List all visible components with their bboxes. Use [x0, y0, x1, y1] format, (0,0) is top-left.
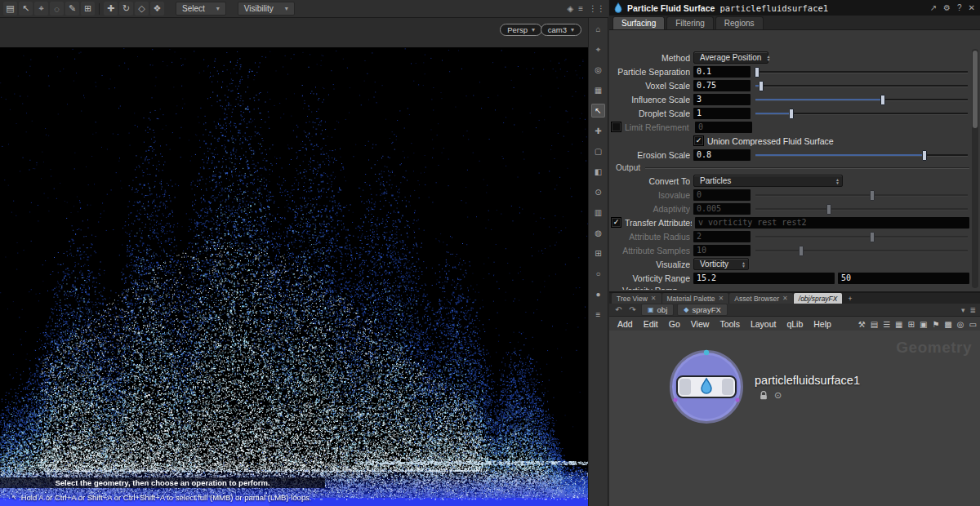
slider-isovalue[interactable]	[754, 189, 969, 201]
point-display-icon[interactable]: ⊙	[591, 185, 605, 199]
parameter-scrollbar[interactable]	[972, 49, 978, 288]
overview-icon[interactable]: ▭	[969, 320, 977, 329]
light-icon[interactable]: ○	[591, 267, 605, 281]
display-flag-icon[interactable]: ⊙	[774, 390, 782, 401]
field-erosion-scale[interactable]: 0.8	[693, 149, 751, 161]
tools-icon[interactable]: ⚒	[858, 320, 866, 329]
slider-erosion-scale[interactable]	[754, 149, 969, 161]
scale-icon[interactable]: ◇	[135, 2, 149, 16]
flag-icon[interactable]: ⚑	[932, 320, 939, 329]
breadcrumb-obj[interactable]: ▣obj	[641, 304, 674, 316]
field-isovalue[interactable]: 0	[693, 189, 751, 201]
split-view-icon[interactable]: ◧	[591, 165, 605, 179]
field-transfer-attributes[interactable]: v vorticity rest rest2	[695, 217, 969, 229]
menu-qlib[interactable]: qLib	[782, 319, 808, 329]
path-dropdown-icon[interactable]: ▾	[961, 306, 965, 314]
focus-icon[interactable]: ◎	[591, 63, 605, 77]
jump-to-node-icon[interactable]: ↗	[930, 3, 937, 12]
node-name[interactable]: particlefluidsurface1	[719, 3, 828, 13]
slider-voxel-scale[interactable]	[754, 79, 969, 91]
tab-surfacing[interactable]: Surfacing	[612, 16, 665, 29]
pose-icon[interactable]: ❖	[150, 2, 164, 16]
select-convert-to[interactable]: Particles▲▼	[693, 175, 843, 187]
field-attribute-radius[interactable]: 2	[693, 231, 751, 242]
field-vorticity-range-max[interactable]: 50	[838, 273, 969, 284]
back-icon[interactable]: ↶	[613, 305, 624, 314]
search-icon[interactable]: ◎	[957, 320, 964, 329]
node-label[interactable]: particlefluidsurface1	[755, 374, 860, 387]
pane-menu-icon[interactable]: ≡	[591, 308, 605, 322]
add-node-icon[interactable]: ⊞	[908, 320, 915, 329]
tree-view-icon[interactable]: ▤	[871, 320, 878, 329]
breadcrumb-sprayfx[interactable]: ◆sprayFX	[677, 304, 728, 316]
menu-layout[interactable]: Layout	[746, 319, 782, 329]
field-voxel-scale[interactable]: 0.75	[693, 80, 751, 91]
menu-view[interactable]: View	[686, 319, 715, 329]
translate-icon[interactable]: ✚	[104, 2, 118, 16]
tab-filtering[interactable]: Filtering	[666, 16, 714, 29]
panel-menu-icon[interactable]: ≡	[578, 4, 583, 13]
network-node[interactable]: particlefluidsurface1 ⊙	[668, 348, 860, 425]
slider-handle[interactable]	[789, 109, 794, 119]
slider-attribute-samples[interactable]	[754, 244, 969, 256]
lock-icon[interactable]	[760, 391, 768, 400]
field-adaptivity[interactable]: 0.005	[693, 203, 751, 215]
slider-handle[interactable]	[759, 81, 764, 91]
slider-handle[interactable]	[880, 95, 885, 105]
pane-tab-tree-view[interactable]: Tree View✕	[612, 293, 662, 304]
path-list-icon[interactable]: ≣	[969, 306, 976, 314]
select-visualize[interactable]: Vorticity▲▼	[693, 258, 749, 270]
layout-grid-icon[interactable]: ▤	[3, 2, 17, 16]
field-vorticity-range-min[interactable]: 15.2	[693, 273, 835, 284]
forward-icon[interactable]: ↷	[627, 305, 638, 314]
field-particle-separation[interactable]: 0.1	[693, 66, 751, 78]
field-limit-refinement-i[interactable]: 0	[695, 122, 752, 133]
pane-tab-asset-browser[interactable]: Asset Browser✕	[729, 293, 793, 304]
visibility-dropdown[interactable]: Visibility ▾	[238, 2, 295, 16]
drag-handle-icon[interactable]: ⋮⋮	[589, 4, 605, 13]
network-canvas[interactable]: Geometry particlefluidsurface	[609, 331, 980, 506]
field-droplet-scale[interactable]: 1	[693, 108, 751, 119]
menu-tools[interactable]: Tools	[715, 319, 745, 329]
close-tab-icon[interactable]: ✕	[651, 295, 657, 302]
new-tab-button[interactable]: +	[843, 293, 857, 304]
persp-menu-button[interactable]: Persp ▾	[500, 24, 542, 36]
checkbox-union-compressed-fluid-surface[interactable]: ✓	[693, 135, 704, 146]
checkbox-transfer-attributes[interactable]: ✓	[611, 217, 621, 228]
slider-handle[interactable]	[799, 246, 804, 256]
shade-icon[interactable]: ◍	[591, 226, 605, 240]
slider-particle-separation[interactable]	[754, 65, 969, 78]
field-attribute-samples[interactable]: 10	[693, 245, 751, 256]
wireframe-icon[interactable]: ▥	[591, 206, 605, 220]
pane-tab-obj-sprayfx[interactable]: /obj/sprayFX	[794, 293, 843, 304]
grid-view-icon[interactable]: ▦	[895, 320, 902, 329]
slider-handle[interactable]	[755, 67, 760, 78]
node-badge-icon[interactable]	[668, 348, 746, 425]
select-mode-dropdown[interactable]: Select ▾	[176, 2, 226, 16]
slider-handle[interactable]	[826, 204, 831, 215]
brush-icon[interactable]: ✎	[65, 2, 79, 16]
menu-go[interactable]: Go	[664, 319, 685, 329]
move-view-icon[interactable]: ✚	[591, 124, 605, 138]
home-view-icon[interactable]: ⌂	[591, 22, 605, 36]
box-select-icon[interactable]: ⊞	[81, 2, 95, 16]
slider-adaptivity[interactable]	[754, 202, 969, 215]
menu-help[interactable]: Help	[808, 319, 836, 329]
select-method[interactable]: Average Position▲▼	[693, 51, 768, 64]
lasso-icon[interactable]: ◌	[50, 2, 64, 16]
dot-icon[interactable]: ●	[591, 287, 605, 301]
menu-add[interactable]: Add	[612, 319, 638, 329]
rotate-icon[interactable]: ↻	[119, 2, 133, 16]
tab-regions[interactable]: Regions	[715, 16, 764, 29]
frame-selected-icon[interactable]: ⌖	[591, 42, 605, 56]
checkbox-limit-refinement-i[interactable]	[611, 122, 621, 132]
pane-tab-material-palette[interactable]: Material Palette✕	[662, 293, 729, 304]
viewport-canvas[interactable]	[0, 47, 588, 506]
close-icon[interactable]: ✕	[969, 3, 975, 12]
spinner-icon[interactable]: ▲▼	[766, 55, 770, 61]
close-tab-icon[interactable]: ✕	[719, 295, 724, 302]
menu-edit[interactable]: Edit	[639, 319, 663, 329]
field-influence-scale[interactable]: 3	[693, 94, 751, 105]
spinner-icon[interactable]: ▲▼	[835, 178, 840, 184]
camera-menu-button[interactable]: cam3 ▾	[541, 24, 581, 36]
